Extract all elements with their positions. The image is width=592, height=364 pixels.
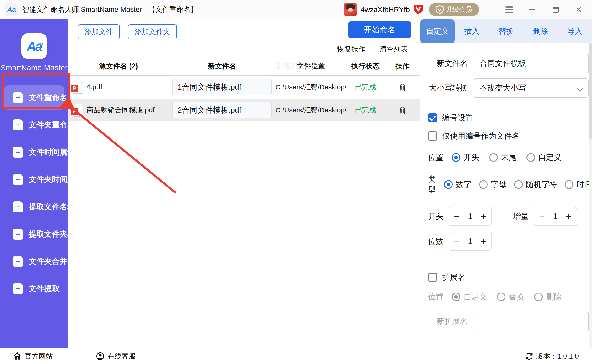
radio-label: 开头	[464, 152, 479, 163]
footer-bar: 官方网站 在线客服 版本： 1.0.1.0	[0, 348, 592, 364]
online-support-link[interactable]: 在线客服	[96, 351, 136, 361]
ext-option-custom[interactable]: 自定义	[452, 292, 487, 302]
user-avatar[interactable]	[344, 3, 357, 16]
radio-label: 自定义	[464, 292, 487, 302]
case-convert-select[interactable]: 不改变大小写	[474, 78, 589, 98]
radio-icon	[526, 153, 535, 162]
add-file-button[interactable]: 添加文件	[78, 24, 120, 39]
type-option-number[interactable]: 数字	[444, 179, 471, 190]
plus-button[interactable]: +	[481, 212, 486, 221]
new-filename-input[interactable]	[474, 54, 589, 73]
main-area: 添加文件 添加文件夹 开始命名 恢复操作 清空列表 17675943 源文件名 …	[68, 19, 420, 348]
position-option-end[interactable]: 末尾	[489, 152, 516, 163]
file-plus-icon: +	[13, 201, 23, 212]
undo-link[interactable]: 恢复操作	[337, 44, 366, 54]
tab-delete[interactable]: 删除	[523, 19, 558, 43]
ext-option-delete[interactable]: 删除	[534, 292, 561, 302]
ext-option-replace[interactable]: 替换	[497, 292, 524, 302]
radio-icon	[514, 180, 523, 189]
minus-button[interactable]: −	[454, 237, 460, 246]
new-name-input[interactable]	[172, 102, 272, 118]
online-support-label: 在线客服	[107, 351, 136, 361]
delete-row-button[interactable]	[385, 82, 420, 92]
toolbar: 添加文件 添加文件夹 开始命名 恢复操作 清空列表	[68, 19, 420, 57]
maximize-button[interactable]	[551, 5, 561, 14]
position-option-start[interactable]: 开头	[452, 152, 479, 163]
tab-custom[interactable]: 自定义	[420, 19, 455, 43]
app-logo-arrow-icon: →	[13, 5, 18, 10]
menu-button[interactable]	[504, 5, 514, 14]
tab-import[interactable]: 导入	[558, 19, 592, 43]
window-title: 智能文件命名大师 SmartName Master - 【文件重命名】	[22, 5, 198, 14]
sidebar-item-extract-filename[interactable]: + 提取文件名称	[0, 193, 68, 221]
scrollbar[interactable]	[589, 43, 592, 348]
file-plus-icon: +	[13, 147, 23, 158]
type-option-time[interactable]: 时间	[565, 179, 592, 190]
start-rename-button[interactable]: 开始命名	[348, 21, 411, 38]
table-header: 17675943 源文件名 (2) 新文件名 文件位置 执行状态 操作	[68, 57, 420, 76]
number-type-group: 类型 数字 字母 随机字符 时间	[428, 174, 589, 195]
numbering-checkbox[interactable]: 编号设置	[428, 113, 589, 123]
sidebar-item-file-extract[interactable]: + 文件提取	[0, 275, 68, 302]
extension-checkbox[interactable]: 扩展名	[428, 272, 589, 283]
source-file-name: 4.pdf	[86, 83, 102, 91]
new-name-input[interactable]	[172, 79, 272, 95]
start-number-value: 1	[468, 212, 472, 221]
col-source-name: 源文件名 (2)	[68, 61, 168, 71]
ext-position-label: 位置	[428, 292, 444, 302]
checkbox-unchecked-icon	[428, 131, 437, 141]
sidebar-item-folder-time[interactable]: + 文件夹时间属性	[0, 166, 68, 193]
plus-button[interactable]: +	[481, 237, 486, 246]
delete-row-button[interactable]	[385, 105, 420, 115]
clear-list-link[interactable]: 清空列表	[379, 44, 408, 54]
sidebar-item-extract-foldername[interactable]: + 提取文件夹名	[0, 221, 68, 248]
radio-icon	[489, 153, 498, 162]
only-number-checkbox[interactable]: 仅使用编号作为文件名	[428, 131, 589, 141]
scrollbar-thumb[interactable]	[589, 43, 592, 139]
source-file-name: 商品购销合同模版.pdf	[86, 105, 155, 115]
col-new-name: 新文件名	[168, 61, 275, 71]
file-plus-icon: +	[13, 283, 23, 294]
increment-label: 增量	[513, 211, 529, 221]
sidebar-item-label: 文件重命名	[29, 92, 67, 103]
file-plus-icon: +	[13, 256, 23, 267]
number-position-group: 位置 开头 末尾 自定义	[428, 152, 589, 163]
position-option-custom[interactable]: 自定义	[526, 152, 561, 163]
sidebar-item-file-rename[interactable]: + 文件重命名	[0, 84, 68, 111]
settings-panel: 自定义 插入 替换 删除 导入 新文件名 大小写转换 不改变大小写 编号设置 仅…	[420, 19, 592, 348]
plus-button[interactable]: +	[566, 212, 572, 221]
table-row: P 4.pdf C:/Users/汇帮/Desktop/文件 已完成	[68, 76, 420, 99]
minus-button[interactable]: −	[454, 212, 460, 221]
new-extension-input[interactable]	[474, 312, 589, 331]
official-website-link[interactable]: 官方网站	[13, 351, 53, 361]
upgrade-member-label: 升级会员	[446, 5, 472, 14]
refresh-icon	[525, 352, 533, 360]
sidebar-app-name: SmartName Master	[0, 64, 68, 72]
radio-label: 数字	[456, 179, 471, 190]
type-option-random[interactable]: 随机字符	[514, 179, 557, 190]
minus-button[interactable]: −	[539, 212, 545, 221]
hamburger-icon	[506, 6, 513, 13]
checkbox-checked-icon	[428, 113, 437, 122]
case-convert-label: 大小写转换	[427, 83, 468, 93]
sidebar-logo-icon: Aa →	[21, 33, 47, 59]
minimize-icon	[529, 9, 535, 10]
add-folder-button[interactable]: 添加文件夹	[128, 24, 177, 39]
tab-insert[interactable]: 插入	[455, 19, 489, 43]
upgrade-member-button[interactable]: 升级会员	[429, 3, 479, 16]
file-location: C:/Users/汇帮/Desktop/文件	[275, 105, 346, 115]
close-button[interactable]: ✕	[574, 5, 584, 14]
tab-replace[interactable]: 替换	[489, 19, 524, 43]
radio-label: 自定义	[538, 152, 561, 163]
sidebar-item-file-time[interactable]: + 文件时间属性	[0, 139, 68, 166]
radio-icon	[534, 292, 543, 301]
sidebar-item-folder-rename[interactable]: + 文件夹重命名	[0, 111, 68, 139]
sidebar-menu: + 文件重命名 + 文件夹重命名 + 文件时间属性 + 文件夹时间属性 + 提取…	[0, 84, 68, 302]
radio-icon	[565, 180, 573, 189]
sidebar-item-folder-merge[interactable]: + 文件夹合并	[0, 248, 68, 275]
position-label: 位置	[428, 152, 444, 163]
minimize-button[interactable]	[527, 5, 537, 14]
extension-position-group: 位置 自定义 替换 删除	[428, 292, 589, 302]
type-option-letter[interactable]: 字母	[479, 179, 506, 190]
start-number-label: 开头	[428, 211, 444, 221]
